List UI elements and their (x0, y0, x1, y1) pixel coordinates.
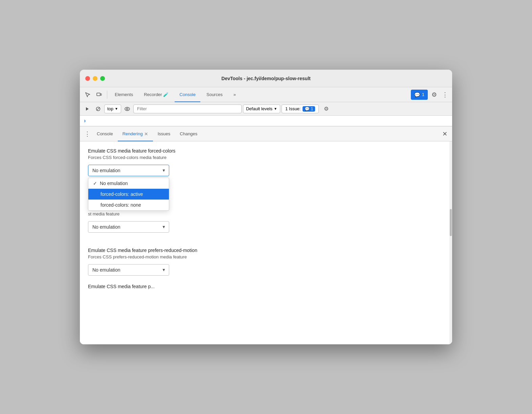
svg-rect-0 (97, 93, 100, 96)
prefers-reduced-motion-select[interactable]: No emulation (88, 264, 169, 276)
issue-badge: 1 Issue: 💬 1 (282, 105, 319, 113)
prefers-contrast-select[interactable]: No emulation (88, 221, 169, 233)
block-icon[interactable] (93, 104, 103, 114)
console-prompt-chevron: › (84, 118, 86, 124)
forced-colors-dropdown-popup: No emulation forced-colors: active force… (88, 178, 169, 211)
minimize-button[interactable] (93, 76, 97, 81)
tab-recorder[interactable]: Recorder 🧪 (139, 87, 173, 102)
svg-point-5 (125, 107, 130, 111)
window-title: DevTools - jec.fyi/demo/pup-slow-result (221, 76, 310, 81)
tab-console[interactable]: Console (175, 87, 200, 102)
dropdown-option-forced-none[interactable]: forced-colors: none (88, 200, 169, 210)
drawer-tab-more-button[interactable]: ⋮ (83, 129, 92, 139)
tab-elements[interactable]: Elements (110, 87, 138, 102)
titlebar: DevTools - jec.fyi/demo/pup-slow-result (80, 70, 452, 87)
forced-colors-select[interactable]: No emulation (88, 165, 169, 176)
devtools-window: DevTools - jec.fyi/demo/pup-slow-result … (80, 70, 452, 344)
settings-button[interactable]: ⚙ (429, 90, 439, 100)
main-toolbar: Elements Recorder 🧪 Console Sources » 💬 … (80, 87, 452, 102)
inspect-element-icon[interactable] (83, 90, 93, 100)
drawer-tab-close-icon[interactable]: ✕ (144, 131, 148, 137)
drawer-tab-console[interactable]: Console (92, 127, 118, 141)
bottom-partial-title: Emulate CSS media feature p... (88, 284, 444, 289)
gear-icon: ⚙ (431, 91, 437, 98)
prefers-contrast-partial-desc: st media feature (88, 211, 444, 216)
tab-more[interactable]: » (229, 87, 241, 102)
svg-rect-1 (101, 94, 102, 95)
close-drawer-icon: ✕ (442, 130, 447, 138)
prefers-reduced-motion-desc: Forces CSS prefers-reduced-motion media … (88, 254, 444, 259)
filter-input[interactable] (133, 105, 242, 113)
toolbar-divider (107, 91, 107, 99)
play-icon[interactable] (83, 104, 92, 114)
dropdown-arrow-icon: ▼ (115, 107, 118, 111)
console-settings-button[interactable]: ⚙ (322, 104, 331, 114)
issue-count-badge: 💬 1 (303, 106, 315, 112)
drawer-tab-bar: ⋮ Console Rendering ✕ Issues Changes ✕ (80, 127, 452, 141)
settings-icon: ⚙ (324, 106, 329, 112)
window-controls (85, 76, 105, 81)
default-levels-dropdown[interactable]: Default levels ▼ (243, 105, 280, 113)
close-button[interactable] (85, 76, 90, 81)
forced-colors-desc: Forces CSS forced-colors media feature (88, 155, 444, 160)
scrollbar-thumb[interactable] (450, 209, 452, 236)
prefers-reduced-motion-section: Emulate CSS media feature prefers-reduce… (88, 248, 444, 284)
more-button[interactable]: ⋮ (441, 90, 449, 100)
rendering-panel: Emulate CSS media feature forced-colors … (80, 141, 452, 344)
svg-line-4 (97, 107, 100, 110)
more-vert-icon: ⋮ (442, 91, 448, 98)
tab-sources[interactable]: Sources (202, 87, 227, 102)
svg-marker-2 (86, 107, 89, 111)
prefers-reduced-motion-select-wrapper: No emulation ▼ (88, 264, 169, 276)
drawer-tab-rendering[interactable]: Rendering ✕ (118, 127, 153, 141)
drawer: ⋮ Console Rendering ✕ Issues Changes ✕ (80, 126, 452, 344)
forced-colors-select-wrapper: No emulation ▼ No emulation forced-color… (88, 165, 169, 176)
console-prompt-row: › (80, 116, 452, 126)
levels-arrow-icon: ▼ (274, 107, 277, 111)
maximize-button[interactable] (100, 76, 105, 81)
rendering-content-wrapper: Emulate CSS media feature forced-colors … (80, 141, 452, 344)
eye-icon[interactable] (123, 104, 132, 114)
drawer-tab-changes[interactable]: Changes (175, 127, 202, 141)
drawer-close-button[interactable]: ✕ (440, 129, 449, 139)
device-toggle-icon[interactable] (94, 90, 104, 100)
prefers-reduced-motion-title: Emulate CSS media feature prefers-reduce… (88, 248, 444, 253)
messages-badge-button[interactable]: 💬 1 (411, 90, 428, 100)
dropdown-option-no-emulation[interactable]: No emulation (88, 178, 169, 189)
forced-colors-title: Emulate CSS media feature forced-colors (88, 148, 444, 154)
svg-point-6 (126, 108, 128, 110)
dropdown-option-forced-active[interactable]: forced-colors: active (88, 189, 169, 200)
drawer-tab-issues[interactable]: Issues (153, 127, 175, 141)
scrollbar-track (449, 141, 452, 344)
secondary-toolbar: top ▼ Default levels ▼ 1 Issue: 💬 1 ⚙ (80, 102, 452, 116)
message-icon: 💬 (414, 92, 420, 97)
bottom-partial-section: Emulate CSS media feature p... (88, 284, 444, 294)
forced-colors-section: Emulate CSS media feature forced-colors … (88, 148, 444, 184)
prefers-contrast-select-wrapper: No emulation ▼ (88, 221, 169, 233)
context-selector[interactable]: top ▼ (104, 105, 121, 113)
issue-message-icon: 💬 (305, 107, 310, 111)
